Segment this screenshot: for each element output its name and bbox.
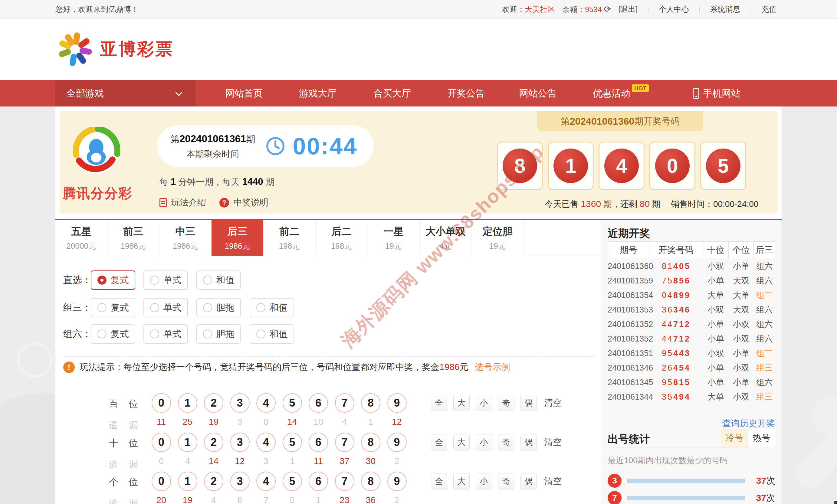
prize-link[interactable]: 中奖说明 bbox=[233, 197, 268, 209]
topbar-link-messages[interactable]: 系统消息 bbox=[710, 4, 740, 14]
row-units: 小单 bbox=[729, 348, 754, 359]
username[interactable]: 天美社区 bbox=[525, 5, 555, 13]
bet-option-复式[interactable]: 复式 bbox=[91, 298, 135, 317]
tab-前三[interactable]: 前三1986元 bbox=[107, 220, 159, 256]
number-ball-1[interactable]: 1 bbox=[178, 472, 197, 491]
position-label: 个位 bbox=[109, 476, 138, 489]
quick-奇-button[interactable]: 奇 bbox=[498, 473, 514, 489]
nav-item-6[interactable]: 优惠活动 bbox=[593, 80, 630, 107]
stats-subtitle: 最近100期内出现次数最少的号码 bbox=[608, 455, 728, 466]
number-ball-6[interactable]: 6 bbox=[309, 472, 328, 491]
number-ball-7[interactable]: 7 bbox=[335, 433, 354, 452]
number-ball-4[interactable]: 4 bbox=[256, 472, 276, 491]
number-ball-9[interactable]: 9 bbox=[387, 393, 407, 413]
nav-item-3[interactable]: 合买大厅 bbox=[373, 80, 411, 107]
refresh-icon[interactable]: ⟳ bbox=[604, 4, 611, 14]
topbar-link-profile[interactable]: 个人中心 bbox=[659, 4, 689, 14]
bet-option-和值[interactable]: 和值 bbox=[250, 324, 294, 344]
number-ball-2[interactable]: 2 bbox=[204, 433, 223, 452]
number-ball-8[interactable]: 8 bbox=[361, 472, 380, 491]
quick-全-button[interactable]: 全 bbox=[431, 434, 447, 450]
quick-大-button[interactable]: 大 bbox=[453, 395, 470, 411]
miss-value: 0 bbox=[152, 456, 171, 466]
site-logo[interactable]: 亚博彩票 bbox=[55, 30, 174, 69]
quick-全-button[interactable]: 全 bbox=[431, 473, 447, 489]
stats-tab-冷号[interactable]: 冷号 bbox=[721, 429, 748, 447]
number-ball-3[interactable]: 3 bbox=[230, 393, 250, 413]
bet-option-胆拖[interactable]: 胆拖 bbox=[196, 298, 241, 317]
miss-char: 漏 bbox=[129, 498, 138, 504]
bet-option-和值[interactable]: 和值 bbox=[250, 298, 294, 317]
tab-一星[interactable]: 一星19元 bbox=[368, 220, 420, 256]
number-ball-3[interactable]: 3 bbox=[230, 472, 250, 491]
bet-option-胆拖[interactable]: 胆拖 bbox=[196, 324, 241, 344]
nav-item-7[interactable]: 手机网站 bbox=[693, 80, 741, 107]
bet-option-复式[interactable]: 复式 bbox=[91, 324, 135, 344]
number-ball-8[interactable]: 8 bbox=[361, 393, 380, 413]
tab-大小单双[interactable]: 大小单双4元 bbox=[420, 220, 472, 256]
number-ball-2[interactable]: 2 bbox=[204, 472, 223, 491]
tab-后三[interactable]: 后三1986元 bbox=[212, 220, 264, 256]
draw-number-ball: 4 bbox=[604, 148, 639, 183]
quick-奇-button[interactable]: 奇 bbox=[498, 434, 514, 450]
number-ball-6[interactable]: 6 bbox=[309, 393, 328, 413]
decor-ring bbox=[17, 342, 53, 378]
number-ball-5[interactable]: 5 bbox=[283, 433, 302, 452]
number-ball-0[interactable]: 0 bbox=[152, 393, 171, 413]
quick-全-button[interactable]: 全 bbox=[431, 395, 447, 411]
stat-count: 37次 bbox=[756, 475, 775, 487]
number-ball-0[interactable]: 0 bbox=[152, 433, 171, 452]
quick-偶-button[interactable]: 偶 bbox=[520, 434, 537, 450]
logout-link[interactable]: [退出] bbox=[618, 4, 638, 14]
bet-option-单式[interactable]: 单式 bbox=[143, 324, 188, 344]
clear-button[interactable]: 清空 bbox=[544, 397, 562, 409]
bet-option-和值[interactable]: 和值 bbox=[196, 270, 241, 290]
quick-小-button[interactable]: 小 bbox=[476, 395, 492, 411]
number-ball-9[interactable]: 9 bbox=[387, 472, 407, 491]
quick-偶-button[interactable]: 偶 bbox=[520, 395, 537, 411]
tab-中三[interactable]: 中三1986元 bbox=[159, 220, 212, 256]
bet-option-label: 和值 bbox=[270, 328, 288, 340]
bet-option-单式[interactable]: 单式 bbox=[143, 298, 188, 317]
number-ball-7[interactable]: 7 bbox=[335, 472, 354, 491]
nav-item-2[interactable]: 游戏大厅 bbox=[299, 80, 337, 107]
bet-option-复式[interactable]: 复式 bbox=[91, 270, 135, 290]
number-ball-4[interactable]: 4 bbox=[256, 433, 276, 452]
number-ball-9[interactable]: 9 bbox=[387, 433, 407, 452]
quick-大-button[interactable]: 大 bbox=[453, 434, 470, 450]
quick-偶-button[interactable]: 偶 bbox=[520, 473, 537, 489]
topbar-link-recharge[interactable]: 充值 bbox=[761, 4, 777, 14]
row-numbers: 44712 bbox=[649, 320, 703, 329]
nav-item-4[interactable]: 开奖公告 bbox=[447, 80, 485, 107]
quick-小-button[interactable]: 小 bbox=[476, 434, 492, 450]
number-ball-7[interactable]: 7 bbox=[335, 393, 354, 413]
number-ball-1[interactable]: 1 bbox=[178, 433, 197, 452]
number-ball-3[interactable]: 3 bbox=[230, 433, 250, 452]
number-ball-5[interactable]: 5 bbox=[283, 472, 302, 491]
number-ball-4[interactable]: 4 bbox=[256, 393, 276, 413]
number-ball-5[interactable]: 5 bbox=[283, 393, 302, 413]
number-ball-8[interactable]: 8 bbox=[361, 433, 380, 452]
number-ball-6[interactable]: 6 bbox=[309, 433, 328, 452]
tab-后二[interactable]: 后二198元 bbox=[316, 220, 368, 256]
history-link[interactable]: 查询历史开奖 bbox=[722, 417, 775, 430]
clear-button[interactable]: 清空 bbox=[544, 475, 562, 487]
tab-前二[interactable]: 前二198元 bbox=[264, 220, 316, 256]
number-ball-2[interactable]: 2 bbox=[204, 393, 223, 413]
nav-item-1[interactable]: 网站首页 bbox=[225, 80, 263, 107]
tab-五星[interactable]: 五星20000元 bbox=[55, 220, 107, 256]
quick-大-button[interactable]: 大 bbox=[453, 473, 470, 489]
nav-item-5[interactable]: 网站公告 bbox=[519, 80, 556, 107]
example-link[interactable]: 选号示例 bbox=[475, 361, 510, 373]
quick-小-button[interactable]: 小 bbox=[476, 473, 492, 489]
number-ball-1[interactable]: 1 bbox=[178, 393, 197, 413]
stats-tab-热号[interactable]: 热号 bbox=[748, 429, 775, 447]
rules-link[interactable]: 玩法介绍 bbox=[171, 197, 206, 209]
bet-option-单式[interactable]: 单式 bbox=[143, 270, 188, 290]
tab-定位胆[interactable]: 定位胆19元 bbox=[472, 220, 524, 256]
row-tens: 小单 bbox=[703, 275, 729, 286]
number-ball-0[interactable]: 0 bbox=[152, 472, 171, 491]
quick-奇-button[interactable]: 奇 bbox=[498, 395, 514, 411]
clear-button[interactable]: 清空 bbox=[544, 436, 562, 448]
all-games-dropdown[interactable]: 全部游戏 bbox=[55, 80, 195, 107]
